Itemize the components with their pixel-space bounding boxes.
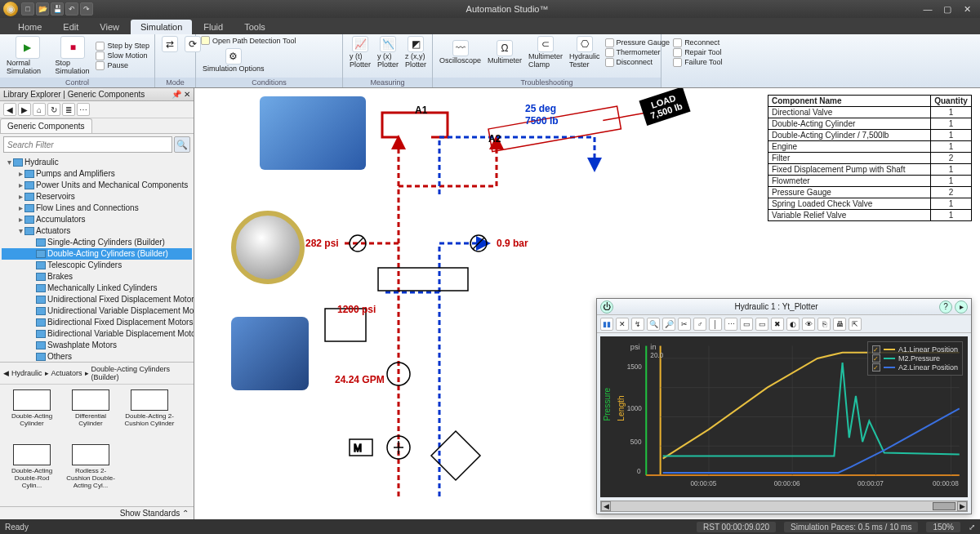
- tree-node[interactable]: Double-Acting Cylinders (Builder): [2, 248, 192, 260]
- tree-node[interactable]: Others: [2, 351, 192, 362]
- plot-scrollbar[interactable]: ◀ ▶: [600, 501, 968, 512]
- pin-icon[interactable]: 📌: [172, 90, 181, 99]
- search-go-icon[interactable]: 🔍: [174, 136, 190, 153]
- panel-close-icon[interactable]: ✕: [184, 90, 190, 99]
- reconnect-button[interactable]: Reconnect: [673, 38, 722, 47]
- palette-item[interactable]: Double-Acting Double-Rod Cylin...: [5, 444, 59, 501]
- plot-help-icon[interactable]: ?: [939, 300, 952, 314]
- plot-tool-icon[interactable]: 🔍: [647, 318, 660, 331]
- palette-item[interactable]: Double-Acting Cylinder: [5, 389, 59, 439]
- zxy-plotter-button[interactable]: ◩z (x,y) Plotter: [403, 36, 428, 69]
- tab-tools[interactable]: Tools: [234, 20, 275, 34]
- tree-node[interactable]: ▾Actuators: [2, 225, 192, 237]
- plot-pause-icon[interactable]: ▮▮: [600, 318, 613, 331]
- plot-tool-icon[interactable]: │: [709, 318, 722, 331]
- yt-plotter-button[interactable]: 📈y (t) Plotter: [348, 36, 372, 69]
- tree-node[interactable]: Brakes: [2, 271, 192, 283]
- minimize-icon[interactable]: —: [921, 4, 934, 15]
- close-icon[interactable]: ✕: [960, 4, 973, 15]
- lib-opt-icon[interactable]: ⋯: [77, 103, 90, 116]
- slow-button[interactable]: Slow Motion: [96, 51, 149, 60]
- tree-node[interactable]: ▸Accumulators: [2, 214, 192, 225]
- plot-tool-icon[interactable]: ✕: [616, 318, 629, 331]
- plot-expand-icon[interactable]: ▸: [955, 300, 968, 314]
- qat-redo-icon[interactable]: ↷: [80, 2, 93, 16]
- oscilloscope-button[interactable]: 〰Oscilloscope: [438, 40, 483, 65]
- tree-node[interactable]: ▸Power Units and Mechanical Components: [2, 180, 192, 191]
- scroll-left-icon[interactable]: ◀: [601, 501, 611, 511]
- plot-tool-icon[interactable]: ⇱: [849, 318, 862, 331]
- qat-new-icon[interactable]: □: [21, 2, 34, 16]
- tree-node[interactable]: Swashplate Motors: [2, 340, 192, 351]
- hydraulic-tester-button[interactable]: ⎔Hydraulic Tester: [568, 36, 602, 69]
- pause-button[interactable]: Pause: [96, 61, 149, 70]
- tree-node[interactable]: ▸Flow Lines and Connections: [2, 202, 192, 214]
- lib-tab-generic[interactable]: Generic Components: [0, 118, 92, 133]
- plot-tool-icon[interactable]: ⎘: [817, 318, 831, 331]
- tree-node[interactable]: Bidirectional Variable Displacement Moto…: [2, 328, 192, 340]
- tree-node[interactable]: Unidirectional Variable Displacement Mot…: [2, 305, 192, 317]
- library-breadcrumb[interactable]: ◀Hydraulic▸ Actuators▸ Double-Acting Cyl…: [0, 362, 194, 384]
- plot-tool-icon[interactable]: ♂: [693, 318, 706, 331]
- tree-node[interactable]: Single-Acting Cylinders (Builder): [2, 237, 192, 248]
- normal-sim-button[interactable]: ▶Normal Simulation: [5, 36, 50, 75]
- maximize-icon[interactable]: ▢: [941, 4, 954, 15]
- tab-simulation[interactable]: Simulation: [131, 20, 192, 34]
- schematic-canvas[interactable]: M A1 A2 25 deg 7500 lb 282 psi 0.9 bar 1…: [194, 88, 980, 519]
- multimeter-clamp-button[interactable]: ⊂Multimeter Clamp: [527, 36, 564, 69]
- tree-node[interactable]: ▾Hydraulic: [2, 157, 192, 168]
- tree-node[interactable]: Telescopic Cylinders: [2, 260, 192, 271]
- palette-item[interactable]: Rodless 2-Cushion Double-Acting Cyl...: [64, 444, 118, 501]
- mode-button[interactable]: ⇄: [160, 36, 180, 52]
- lib-fwd-icon[interactable]: ▶: [18, 103, 31, 116]
- tree-node[interactable]: Mechanically Linked Cylinders: [2, 283, 192, 294]
- scroll-right-icon[interactable]: ▶: [957, 501, 967, 511]
- plot-tool-icon[interactable]: ⋯: [724, 318, 737, 331]
- plot-tool-icon[interactable]: ▭: [740, 318, 753, 331]
- thermometer-button[interactable]: Thermometer: [605, 48, 670, 57]
- tab-home[interactable]: Home: [8, 20, 51, 34]
- app-orb[interactable]: ◉: [3, 2, 18, 16]
- lib-home-icon[interactable]: ⌂: [33, 103, 46, 116]
- failure-tool-button[interactable]: Failure Tool: [673, 58, 722, 67]
- open-path-button[interactable]: Open Path Detection Tool: [201, 36, 296, 45]
- step-button[interactable]: Step by Step: [96, 42, 149, 51]
- plot-area[interactable]: Pressure Length psiin 20.0 1500 1000 500…: [600, 336, 968, 497]
- repair-tool-button[interactable]: Repair Tool: [673, 48, 722, 57]
- sim-options-button[interactable]: ⚙Simulation Options: [201, 48, 266, 73]
- palette-item[interactable]: Double-Acting 2-Cushion Cylinder: [122, 389, 176, 439]
- tree-node[interactable]: Bidirectional Fixed Displacement Motors: [2, 317, 192, 328]
- lib-back-icon[interactable]: ◀: [3, 103, 16, 116]
- plot-power-icon[interactable]: ⏻: [600, 300, 613, 314]
- plot-tool-icon[interactable]: 🖶: [833, 318, 846, 331]
- tab-view[interactable]: View: [90, 20, 129, 34]
- qat-undo-icon[interactable]: ↶: [65, 2, 78, 16]
- tab-fluid[interactable]: Fluid: [194, 20, 233, 34]
- qat-save-icon[interactable]: 💾: [51, 2, 64, 16]
- plotter-window[interactable]: ⏻ Hydraulic 1 : Yt_Plotter ?▸ ▮▮ ✕↯ 🔍🔎 ✂…: [596, 298, 972, 514]
- plot-tool-icon[interactable]: ↯: [631, 318, 644, 331]
- plot-tool-icon[interactable]: ✖: [771, 318, 784, 331]
- scroll-thumb[interactable]: [933, 502, 956, 510]
- tree-node[interactable]: Unidirectional Fixed Displacement Motors: [2, 294, 192, 305]
- plot-tool-icon[interactable]: 🔎: [662, 318, 675, 331]
- lib-tree-icon[interactable]: ≣: [62, 103, 75, 116]
- palette-item[interactable]: Differential Cylinder: [64, 389, 118, 439]
- yx-plotter-button[interactable]: 📉y (x) Plotter: [376, 36, 400, 69]
- tree-node[interactable]: ▸Reservoirs: [2, 191, 192, 202]
- search-input[interactable]: [3, 136, 172, 153]
- show-standards-button[interactable]: Show Standards ⌃: [0, 506, 194, 519]
- plot-tool-icon[interactable]: ◐: [786, 318, 800, 331]
- status-expand-icon[interactable]: ⤢: [969, 523, 975, 532]
- tab-edit[interactable]: Edit: [53, 20, 88, 34]
- stop-sim-button[interactable]: ■Stop Simulation: [53, 36, 92, 75]
- multimeter-button[interactable]: ΩMultimeter: [486, 40, 523, 65]
- disconnect-button[interactable]: Disconnect: [605, 58, 670, 67]
- qat-open-icon[interactable]: 📂: [36, 2, 49, 16]
- status-zoom[interactable]: 150%: [926, 522, 960, 532]
- plot-tool-icon[interactable]: ✂: [678, 318, 691, 331]
- pressure-gauge-button[interactable]: Pressure Gauge: [605, 38, 670, 47]
- library-tree[interactable]: ▾Hydraulic▸Pumps and Amplifiers▸Power Un…: [0, 155, 194, 362]
- plot-tool-icon[interactable]: ▭: [755, 318, 768, 331]
- lib-refresh-icon[interactable]: ↻: [47, 103, 60, 116]
